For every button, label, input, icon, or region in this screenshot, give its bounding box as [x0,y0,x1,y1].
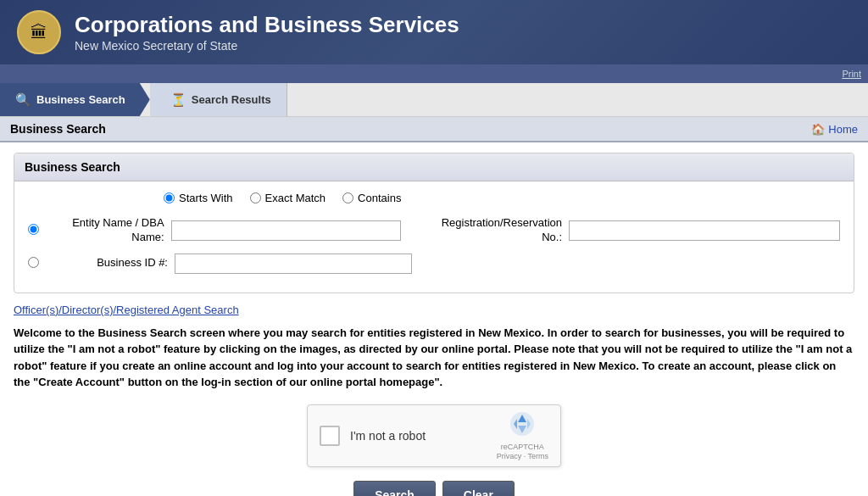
tab-search-results[interactable]: ⏳ Search Results [150,83,287,116]
contains-label: Contains [358,192,401,204]
recaptcha-left: I'm not a robot [320,426,426,446]
state-seal-logo: 🏛 [17,10,61,54]
main-content: Business Search Starts With Exact Match … [0,142,868,496]
business-id-row: Business ID #: [28,254,840,274]
business-id-radio[interactable] [28,257,39,268]
breadcrumb-bar: Business Search 🏠 Home [0,117,868,142]
recaptcha-checkbox[interactable] [320,426,340,446]
starts-with-label: Starts With [179,192,233,204]
entity-name-radio[interactable] [28,224,39,235]
entity-name-row: Entity Name / DBAName: Registration/Rese… [28,216,840,245]
officer-link[interactable]: Officer(s)/Director(s)/Registered Agent … [14,304,239,316]
radio-contains-label[interactable]: Contains [342,192,401,204]
business-id-label: Business ID #: [49,256,168,270]
radio-starts-with[interactable] [164,192,175,203]
tab-search-results-label: Search Results [192,93,271,106]
home-icon: 🏠 [811,123,825,136]
tab-bar: 🔍 Business Search ⏳ Search Results [0,83,868,117]
section-body: Starts With Exact Match Contains Entity … [14,181,854,293]
radio-exact-match[interactable] [250,192,261,203]
tab-business-search-label: Business Search [36,93,125,106]
search-button[interactable]: Search [353,481,436,496]
business-id-input[interactable] [175,254,412,274]
recaptcha-right: reCAPTCHA Privacy · Terms [497,410,548,460]
recaptcha-brand-label: reCAPTCHA [501,443,544,452]
exact-match-label: Exact Match [265,192,326,204]
recaptcha-logo-icon [509,410,536,443]
search-tab-icon: 🔍 [15,92,31,108]
recaptcha-box: I'm not a robot reCAPTCHA Privacy · Term… [307,404,561,467]
page-header: 🏛 Corporations and Business Services New… [0,0,868,64]
reg-section: Registration/ReservationNo.: [426,216,840,245]
entity-radio-wrapper [28,224,39,237]
seal-icon: 🏛 [31,23,47,42]
radio-contains[interactable] [342,192,353,203]
site-title: Corporations and Business Services [75,12,459,38]
officer-link-wrapper: Officer(s)/Director(s)/Registered Agent … [14,304,854,325]
recaptcha-container: I'm not a robot reCAPTCHA Privacy · Term… [14,404,854,467]
site-subtitle: New Mexico Secretary of State [75,39,459,53]
reg-input[interactable] [569,220,840,241]
search-type-row: Starts With Exact Match Contains [28,192,840,204]
section-heading: Business Search [14,153,854,181]
clear-button[interactable]: Clear [442,481,515,496]
business-id-radio-wrapper [28,257,39,270]
home-link[interactable]: 🏠 Home [811,123,858,136]
radio-starts-with-label[interactable]: Starts With [164,192,233,204]
business-search-section: Business Search Starts With Exact Match … [14,153,854,293]
recaptcha-text: I'm not a robot [350,429,426,443]
recaptcha-privacy-links[interactable]: Privacy · Terms [497,452,548,460]
entity-name-label: Entity Name / DBAName: [49,216,164,245]
entity-name-input[interactable] [171,220,401,241]
welcome-text: Welcome to the Business Search screen wh… [14,325,854,391]
home-link-label: Home [828,123,858,136]
reg-label: Registration/ReservationNo.: [426,216,562,245]
print-link[interactable]: Print [842,69,861,79]
radio-exact-match-label[interactable]: Exact Match [250,192,326,204]
header-text-block: Corporations and Business Services New M… [75,12,459,52]
button-row: Search Clear [14,481,854,496]
top-utility-bar: Print [0,64,868,83]
results-tab-icon: ⏳ [170,92,186,108]
tab-business-search[interactable]: 🔍 Business Search [0,83,150,116]
breadcrumb-title: Business Search [10,122,106,136]
